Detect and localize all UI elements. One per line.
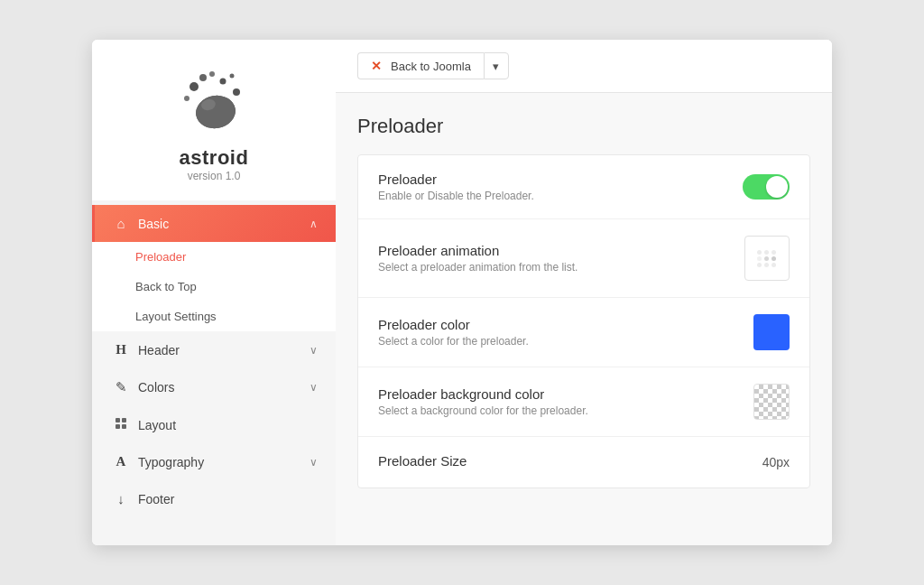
preloader-animation-desc: Select a preloader animation from the li… <box>378 261 726 274</box>
preloader-size-value: 40px <box>762 455 790 469</box>
dots-animation <box>757 250 777 267</box>
logo-version: version 1.0 <box>188 170 241 182</box>
back-button-label: Back to Joomla <box>391 60 471 73</box>
preloader-color-desc: Select a color for the preloader. <box>378 335 726 348</box>
home-icon: ⌂ <box>113 216 129 231</box>
svg-point-1 <box>193 92 238 131</box>
logo-name: astroid <box>180 146 249 170</box>
svg-point-8 <box>184 96 189 101</box>
content-area: Preloader Preloader Enable or Disable th… <box>336 93 832 545</box>
preloader-bg-color-row: Preloader background color Select a back… <box>358 367 809 437</box>
preloader-size-label: Preloader Size <box>378 453 726 469</box>
preloader-bg-color-label: Preloader background color <box>378 386 726 402</box>
svg-point-5 <box>209 71 215 77</box>
preloader-color-swatch[interactable] <box>753 314 790 350</box>
chevron-down-icon-colors: ∨ <box>310 381 318 394</box>
preloader-size-control: 40px <box>726 455 790 469</box>
sidebar-navigation: ⌂ Basic ∧ Preloader Back to Top Layout S… <box>92 200 336 545</box>
footer-arrow-icon: ↓ <box>113 491 129 506</box>
preloader-bg-color-info: Preloader background color Select a back… <box>378 386 726 417</box>
grid-icon <box>113 417 129 432</box>
joomla-icon: ✕ <box>371 59 382 73</box>
svg-point-9 <box>233 88 240 96</box>
chevron-down-icon-typography: ∨ <box>310 456 318 469</box>
preloader-bg-color-desc: Select a background color for the preloa… <box>378 404 726 417</box>
svg-point-4 <box>199 74 207 81</box>
preloader-toggle-label: Preloader <box>378 172 726 187</box>
sidebar-item-basic[interactable]: ⌂ Basic ∧ <box>92 205 336 242</box>
svg-point-7 <box>230 74 235 79</box>
sidebar-subitem-layout-settings[interactable]: Layout Settings <box>92 302 336 331</box>
preloader-toggle[interactable] <box>743 174 790 200</box>
main-content: ✕ Back to Joomla ▾ Preloader Preloader E… <box>336 40 832 545</box>
sidebar-subitem-preloader[interactable]: Preloader <box>92 242 336 272</box>
animation-preview[interactable] <box>744 236 790 281</box>
sidebar-item-header[interactable]: H Header ∨ <box>92 331 336 368</box>
preloader-color-label: Preloader color <box>378 317 726 332</box>
app-container: astroid version 1.0 ⌂ Basic ∧ Preloader … <box>92 40 832 545</box>
sidebar-item-colors[interactable]: ✎ Colors ∨ <box>92 368 336 406</box>
back-to-joomla-button[interactable]: ✕ Back to Joomla <box>357 52 484 79</box>
paint-icon: ✎ <box>113 379 129 395</box>
preloader-bg-color-swatch[interactable] <box>753 384 790 420</box>
preloader-toggle-desc: Enable or Disable the Preloader. <box>378 190 726 202</box>
preloader-bg-color-control <box>726 384 790 420</box>
dropdown-arrow-icon: ▾ <box>493 60 499 73</box>
sidebar-logo: astroid version 1.0 <box>92 40 336 200</box>
sidebar-item-footer[interactable]: ↓ Footer <box>92 480 336 517</box>
section-title: Preloader <box>357 115 810 138</box>
preloader-size-row: Preloader Size 40px <box>358 437 809 488</box>
preloader-animation-label: Preloader animation <box>378 243 726 258</box>
top-bar: ✕ Back to Joomla ▾ <box>336 40 832 93</box>
preloader-color-control <box>726 314 790 350</box>
settings-card: Preloader Enable or Disable the Preloade… <box>357 154 810 488</box>
preloader-size-info: Preloader Size <box>378 453 726 471</box>
preloader-animation-info: Preloader animation Select a preloader a… <box>378 243 726 274</box>
preloader-animation-control <box>726 236 790 281</box>
logo-graphic <box>169 67 259 139</box>
svg-rect-12 <box>116 424 120 429</box>
chevron-up-icon: ∧ <box>310 218 318 230</box>
svg-rect-11 <box>122 418 126 422</box>
sidebar: astroid version 1.0 ⌂ Basic ∧ Preloader … <box>92 40 336 545</box>
preloader-color-row: Preloader color Select a color for the p… <box>358 298 809 367</box>
preloader-color-info: Preloader color Select a color for the p… <box>378 317 726 348</box>
sidebar-item-layout[interactable]: Layout <box>92 406 336 443</box>
dropdown-arrow-button[interactable]: ▾ <box>484 52 509 79</box>
svg-point-3 <box>189 82 199 91</box>
svg-rect-10 <box>116 418 120 422</box>
header-icon: H <box>113 342 129 358</box>
sidebar-subitem-back-to-top[interactable]: Back to Top <box>92 272 336 302</box>
sidebar-item-typography[interactable]: A Typography ∨ <box>92 443 336 480</box>
preloader-toggle-control <box>726 174 790 200</box>
preloader-toggle-info: Preloader Enable or Disable the Preloade… <box>378 172 726 202</box>
preloader-animation-row: Preloader animation Select a preloader a… <box>358 219 809 298</box>
svg-rect-13 <box>122 424 126 429</box>
preloader-toggle-row: Preloader Enable or Disable the Preloade… <box>358 155 809 219</box>
typography-icon: A <box>113 454 129 469</box>
chevron-down-icon-header: ∨ <box>310 344 318 357</box>
svg-point-6 <box>220 79 226 85</box>
